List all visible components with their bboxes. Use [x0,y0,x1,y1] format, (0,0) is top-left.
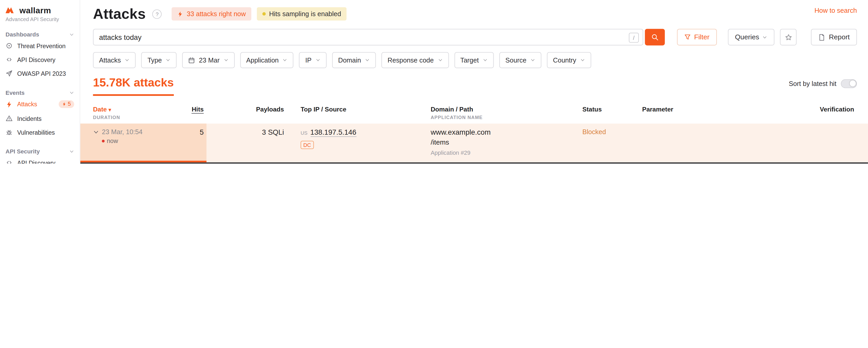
chevron-down-icon [283,58,287,62]
chevron-down-icon [438,58,442,62]
chip-label: Application [246,56,279,64]
chevron-down-icon [365,58,370,62]
search-wrap: / [93,29,643,46]
datacenter-tag[interactable]: DC [301,141,313,149]
sort-toggle[interactable] [841,79,857,88]
sidebar: wallarm Advanced API Security Dashboards… [0,0,80,164]
queries-button[interactable]: Queries [728,29,775,46]
app-window: wallarm Advanced API Security Dashboards… [0,0,868,164]
attack-now: now [107,138,118,144]
sidebar-item-owasp-api-2023[interactable]: OWASP API 2023 [0,66,80,80]
search-input[interactable] [93,29,643,46]
filter-chip-response-code[interactable]: Response code [381,52,448,68]
funnel-icon [684,34,691,41]
attack-domain-cell: www.example.com /items Application #29 [431,128,582,164]
chevron-down-icon [580,58,585,62]
chevron-down-icon[interactable] [93,129,99,135]
th-label: Date [93,106,107,113]
ip-address: 138.197.5.146 [310,128,356,136]
help-icon[interactable]: ? [152,9,162,19]
brand-logo[interactable]: wallarm [0,5,80,15]
sort-caret-icon: ▾ [108,107,111,113]
nav-label: Vulnerabilities [17,129,55,136]
favorite-button[interactable] [780,29,797,46]
warning-icon [5,115,13,122]
code-icon [5,56,13,63]
chevron-down-icon [483,58,488,62]
section-header-dashboards[interactable]: Dashboards [0,28,80,39]
chip-label: IP [305,56,311,64]
chevron-down-icon [69,32,74,37]
main-content: How to search Attacks ? 33 attacks right… [80,0,868,164]
calendar-icon [188,57,195,63]
chip-label: Country [553,56,576,64]
wallarm-logo-icon [5,7,17,14]
page-title: Attacks [93,5,146,22]
section-label: Events [5,89,25,96]
filter-chip-source[interactable]: Source [499,52,541,68]
sidebar-item-vulnerabilities[interactable]: Vulnerabilities [0,125,80,139]
filter-chip-domain[interactable]: Domain [332,52,376,68]
chevron-down-icon [69,90,74,95]
attack-parameter-cell: GET price [642,128,788,164]
section-label: Dashboards [5,31,39,38]
lightning-icon [62,102,67,106]
column-verification: Verification [787,106,854,113]
code-icon [5,159,13,164]
column-status: Status [582,106,642,113]
send-icon [5,70,13,77]
toggle-knob [850,80,856,86]
page-header: Attacks ? 33 attacks right now Hits samp… [80,0,868,23]
search-row: / Filter Queries Report [80,29,868,46]
th-label: Hits [192,106,204,114]
how-to-search-link[interactable]: How to search [814,7,857,14]
section-header-events[interactable]: Events [0,86,80,97]
th-label: Status [582,106,602,113]
search-button[interactable] [645,29,665,46]
th-label: Domain / Path [431,106,473,113]
filter-chip-attacks[interactable]: Attacks [93,52,136,68]
section-label: API Security [5,148,40,155]
filter-chip-type[interactable]: Type [141,52,177,68]
sort-label: Sort by latest hit [789,80,837,88]
filter-chip-application[interactable]: Application [240,52,294,68]
sidebar-item-api-discovery-2[interactable]: API Discovery [0,156,80,164]
chip-label: Response code [388,56,434,64]
lightning-icon [5,100,13,108]
filter-chip-date[interactable]: 23 Mar [182,52,235,68]
target-icon [5,42,13,50]
sidebar-item-incidents[interactable]: Incidents [0,112,80,125]
attack-row-selected[interactable]: 23 Mar, 10:54 now 5 3 SQLi us 138.197.5.… [80,123,868,162]
live-dot-icon [102,139,104,142]
live-attacks-badge[interactable]: 33 attacks right now [172,7,251,21]
filter-button[interactable]: Filter [677,29,717,46]
sidebar-item-attacks[interactable]: Attacks 5 [0,97,80,111]
report-button[interactable]: Report [811,29,857,46]
sidebar-section-dashboards: Dashboards Threat Prevention API Discove… [0,28,80,80]
chevron-down-icon [166,58,171,62]
chevron-down-icon [223,58,228,62]
ip-link[interactable]: 138.197.5.146 [310,128,356,137]
sampling-text: Hits sampling is enabled [269,10,341,18]
th-sub-label: DURATION [93,115,170,120]
sidebar-section-events: Events Attacks 5 Incidents Vulnerabiliti… [0,86,80,139]
th-label: Payloads [256,106,284,113]
column-domain: Domain / Path APPLICATION NAME [431,106,582,120]
attack-date: 23 Mar, 10:54 [102,128,142,136]
filter-chip-target[interactable]: Target [454,52,494,68]
sidebar-section-api-security: API Security API Discovery API Abuse Pre… [0,145,80,164]
sidebar-item-api-discovery[interactable]: API Discovery [0,53,80,66]
column-hits: Hits [170,106,204,113]
column-date[interactable]: Date ▾ DURATION [93,106,170,120]
sampling-badge: Hits sampling is enabled [257,7,347,21]
filter-chip-country[interactable]: Country [547,52,591,68]
country-code: us [301,130,308,136]
nav-label: API Discovery [17,56,55,63]
section-header-api-security[interactable]: API Security [0,145,80,156]
search-icon [651,33,659,41]
attack-date-cell: 23 Mar, 10:54 now [93,128,170,164]
column-top-ip: Top IP / Source [301,106,431,113]
filter-chip-ip[interactable]: IP [299,52,327,68]
sidebar-item-threat-prevention[interactable]: Threat Prevention [0,39,80,53]
chip-label: Target [460,56,479,64]
